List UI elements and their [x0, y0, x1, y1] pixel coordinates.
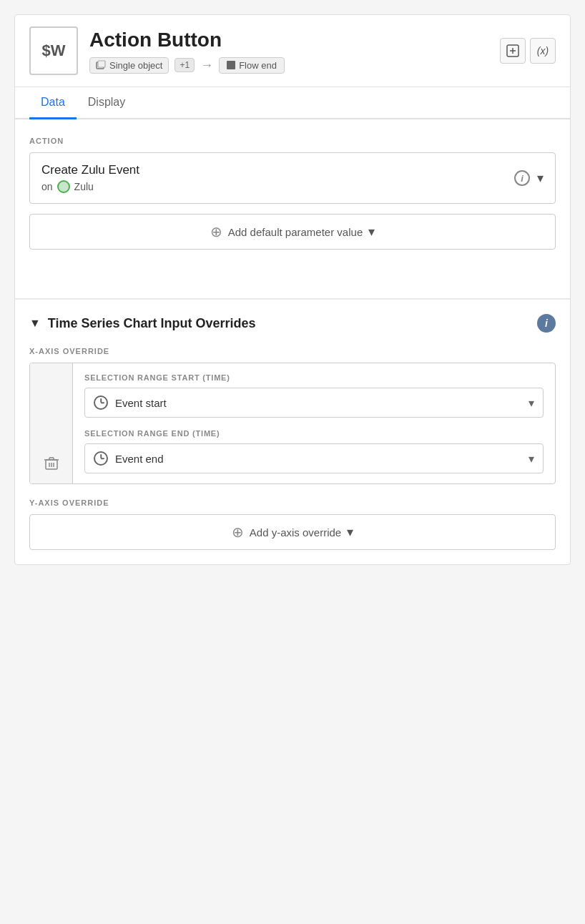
- selection-range-end-select[interactable]: Event end ▾: [84, 443, 544, 473]
- x-axis-override-label: X-AXIS OVERRIDE: [29, 347, 556, 355]
- y-axis-override-label: Y-AXIS OVERRIDE: [29, 498, 556, 507]
- selection-range-end-label: SELECTION RANGE END (TIME): [84, 429, 544, 438]
- cube-icon: [96, 60, 106, 70]
- collapse-icon[interactable]: ▼: [29, 317, 41, 330]
- x-axis-override-section: X-AXIS OVERRIDE SELECTION RANGE START (T…: [29, 347, 556, 484]
- action-info: Create Zulu Event on Zulu: [41, 163, 139, 193]
- page-title: Action Button: [89, 29, 488, 51]
- header-info: Action Button Single object +1 → Flow en…: [89, 29, 488, 74]
- selection-range-start-label: SELECTION RANGE START (TIME): [84, 373, 544, 382]
- action-name: Create Zulu Event: [41, 163, 139, 177]
- header-actions: (x): [500, 38, 556, 64]
- header-meta: Single object +1 → Flow end: [89, 57, 488, 74]
- end-chevron-icon: ▾: [529, 452, 534, 466]
- clock-start-icon: [94, 395, 108, 410]
- selection-range-end-value: Event end: [115, 453, 521, 465]
- x-axis-fields: SELECTION RANGE START (TIME) Event start…: [73, 363, 555, 483]
- selection-range-start-value: Event start: [115, 397, 521, 409]
- add-box-icon: [506, 44, 520, 58]
- plus-badge: +1: [174, 58, 195, 72]
- tab-data[interactable]: Data: [29, 87, 77, 119]
- action-section: ACTION Create Zulu Event on Zulu i ▾: [29, 137, 556, 250]
- tab-display[interactable]: Display: [77, 87, 137, 119]
- flow-end-badge: Flow end: [219, 57, 285, 74]
- delete-icon[interactable]: [43, 455, 60, 472]
- tab-content: ACTION Create Zulu Event on Zulu i ▾: [15, 119, 570, 281]
- section-header-left: ▼ Time Series Chart Input Overrides: [29, 316, 256, 331]
- action-selector[interactable]: Create Zulu Event on Zulu i ▾: [29, 152, 556, 204]
- panel-header: $W Action Button Single object +1 → Flow…: [15, 15, 570, 87]
- time-series-section: ▼ Time Series Chart Input Overrides i X-…: [15, 298, 570, 550]
- clock-end-icon: [94, 451, 108, 466]
- single-object-badge[interactable]: Single object: [89, 57, 169, 74]
- add-param-icon: ⊕: [210, 223, 222, 240]
- action-source: on Zulu: [41, 180, 139, 193]
- tab-bar: Data Display: [15, 87, 570, 119]
- add-param-chevron-icon: ▾: [368, 224, 375, 240]
- time-series-header: ▼ Time Series Chart Input Overrides i: [29, 314, 556, 333]
- x-axis-override-box: SELECTION RANGE START (TIME) Event start…: [29, 363, 556, 484]
- action-controls: i ▾: [514, 170, 544, 186]
- start-chevron-icon: ▾: [529, 396, 534, 410]
- action-info-icon[interactable]: i: [514, 170, 530, 186]
- time-series-info-icon[interactable]: i: [537, 314, 556, 333]
- variable-icon: (x): [537, 45, 549, 56]
- variable-button[interactable]: (x): [530, 38, 556, 64]
- arrow-icon: →: [200, 58, 213, 73]
- add-y-axis-chevron-icon: ▾: [347, 524, 353, 540]
- widget-icon: $W: [29, 26, 78, 75]
- add-y-axis-icon: ⊕: [232, 524, 244, 541]
- add-y-axis-button[interactable]: ⊕ Add y-axis override ▾: [29, 514, 556, 550]
- action-chevron-icon[interactable]: ▾: [537, 170, 544, 186]
- selection-range-start-select[interactable]: Event start ▾: [84, 388, 544, 418]
- add-widget-button[interactable]: [500, 38, 526, 64]
- zulu-dot-icon: [57, 180, 70, 193]
- svg-rect-1: [98, 61, 105, 67]
- action-section-label: ACTION: [29, 137, 556, 145]
- flow-end-square-icon: [227, 61, 235, 69]
- delete-strip: [30, 363, 73, 483]
- add-param-button[interactable]: ⊕ Add default parameter value ▾: [29, 214, 556, 250]
- y-axis-override-section: Y-AXIS OVERRIDE ⊕ Add y-axis override ▾: [29, 498, 556, 550]
- time-series-title: Time Series Chart Input Overrides: [48, 316, 256, 331]
